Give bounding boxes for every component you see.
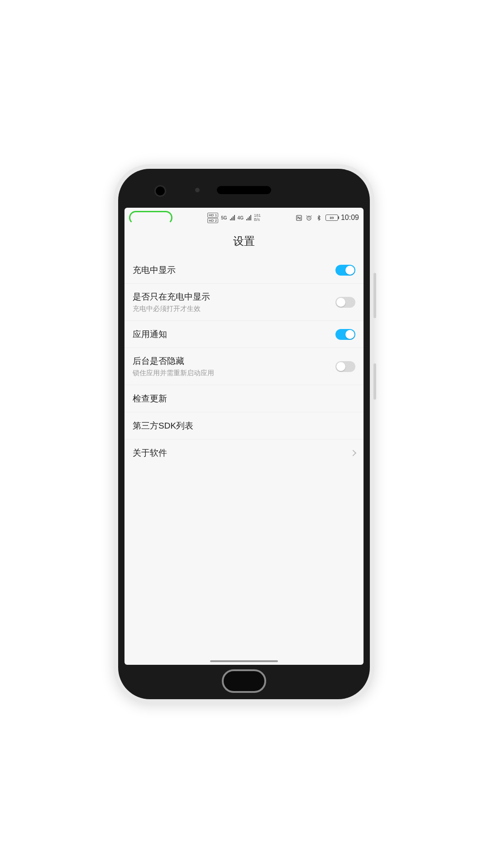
row-app-notifications[interactable]: 应用通知 [124, 321, 364, 348]
dynamic-pill-icon [129, 211, 172, 224]
earpiece-icon [217, 186, 271, 194]
toggle-only-while-charging[interactable] [335, 297, 355, 308]
signal-bars-1-icon [230, 215, 235, 220]
settings-list: 充电中显示 是否只在充电中显示 充电中必须打开才生效 应用通知 [124, 257, 364, 467]
row-title: 是否只在充电中显示 [133, 291, 210, 303]
bluetooth-icon [316, 214, 323, 221]
page-title: 设置 [124, 228, 364, 257]
net-rate: 181 B/s [254, 214, 261, 222]
sensor-icon [195, 188, 200, 192]
chevron-right-icon [350, 450, 356, 456]
toggle-app-notifications[interactable] [335, 329, 355, 340]
power-button [373, 363, 376, 400]
row-third-party-sdk[interactable]: 第三方SDK列表 [124, 412, 364, 439]
row-title: 后台是否隐藏 [133, 355, 214, 367]
row-check-update[interactable]: 检查更新 [124, 385, 364, 412]
row-subtitle: 锁住应用并需重新启动应用 [133, 369, 214, 377]
phone-bezel: HD 1 HD 2 5G 4G 181 B/s [118, 169, 370, 699]
home-button[interactable] [222, 669, 266, 693]
alarm-icon [306, 214, 313, 221]
nfc-icon [296, 214, 303, 221]
toggle-hide-in-background[interactable] [335, 361, 355, 372]
row-title: 充电中显示 [133, 264, 176, 276]
toggle-show-while-charging[interactable] [335, 265, 355, 276]
signal-bars-2-icon [246, 215, 251, 220]
row-subtitle: 充电中必须打开才生效 [133, 305, 210, 313]
row-hide-in-background[interactable]: 后台是否隐藏 锁住应用并需重新启动应用 [124, 348, 364, 385]
gesture-handle[interactable] [210, 660, 278, 662]
screen: HD 1 HD 2 5G 4G 181 B/s [124, 208, 364, 665]
volume-button [373, 273, 376, 318]
network-gen-2: 4G [238, 215, 244, 220]
row-title: 应用通知 [133, 329, 167, 340]
hd2-badge: HD 2 [207, 218, 218, 223]
row-title: 检查更新 [133, 393, 167, 405]
front-camera-icon [154, 185, 166, 197]
status-network-cluster: HD 1 HD 2 5G 4G 181 B/s [207, 213, 261, 223]
status-bar: HD 1 HD 2 5G 4G 181 B/s [124, 208, 364, 228]
network-gen-1: 5G [221, 215, 227, 220]
row-title: 第三方SDK列表 [133, 420, 193, 432]
row-title: 关于软件 [133, 447, 167, 459]
battery-icon: 89 [325, 215, 338, 221]
row-only-while-charging[interactable]: 是否只在充电中显示 充电中必须打开才生效 [124, 284, 364, 321]
status-time: 10:09 [341, 214, 359, 222]
row-about[interactable]: 关于软件 [124, 439, 364, 467]
row-show-while-charging[interactable]: 充电中显示 [124, 257, 364, 284]
status-right-cluster: 89 10:09 [296, 214, 359, 222]
net-rate-unit: B/s [254, 218, 261, 222]
hd1-badge: HD 1 [207, 213, 218, 218]
battery-level: 89 [330, 216, 334, 220]
phone-frame: HD 1 HD 2 5G 4G 181 B/s [114, 164, 374, 704]
